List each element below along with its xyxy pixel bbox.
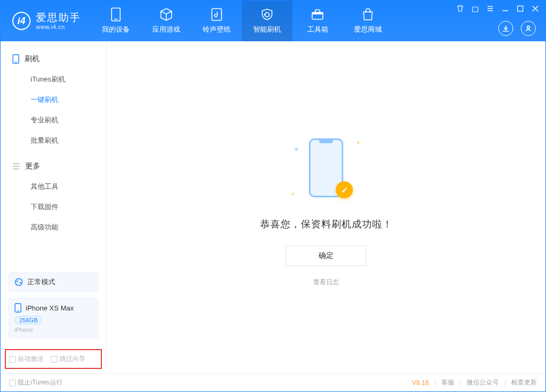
- svg-point-11: [17, 280, 18, 282]
- checkbox-skip-guide[interactable]: 跳过向导: [51, 354, 85, 364]
- svg-rect-4: [312, 12, 323, 14]
- logo: i4 爱思助手 www.i4.cn: [1, 1, 91, 41]
- sidebar-group-flash: 刷机: [1, 49, 106, 69]
- app-site: www.i4.cn: [36, 24, 81, 31]
- device-icon: [109, 8, 123, 21]
- account-button[interactable]: [521, 21, 536, 36]
- bag-icon: [361, 8, 375, 21]
- footer-link-support[interactable]: 客服: [441, 378, 454, 387]
- logo-icon: i4: [12, 12, 31, 30]
- phone-icon: [12, 54, 19, 64]
- checkbox-block-itunes[interactable]: 阻止iTunes运行: [9, 378, 63, 387]
- top-nav: 我的设备 应用游戏 铃声壁纸 智能刷机 工具箱 爱思商城: [91, 1, 393, 41]
- sidebar-group-more: 更多: [1, 156, 106, 176]
- sidebar-item-advanced[interactable]: 高级功能: [1, 217, 106, 238]
- device-card[interactable]: iPhone XS Max 256GB iPhone: [8, 298, 99, 338]
- check-icon: ✓: [336, 181, 353, 198]
- app-name: 爱思助手: [36, 12, 81, 24]
- shirt-icon[interactable]: [456, 5, 464, 12]
- nav-ringtones[interactable]: 铃声壁纸: [191, 1, 242, 41]
- svg-point-12: [19, 282, 21, 284]
- footer-link-update[interactable]: 检查更新: [511, 378, 537, 387]
- maximize-button[interactable]: [517, 5, 524, 12]
- svg-point-9: [16, 62, 17, 63]
- device-type: iPhone: [14, 327, 92, 333]
- minimize-button[interactable]: [501, 5, 509, 12]
- sidebar-item-other-tools[interactable]: 其他工具: [1, 176, 106, 197]
- mode-card[interactable]: 正常模式: [8, 272, 99, 292]
- success-illustration: ✓: [283, 128, 369, 208]
- sidebar: 刷机 iTunes刷机 一键刷机 专业刷机 批量刷机 更多 其他工具 下载固件 …: [1, 41, 107, 373]
- main-content: ✓ 恭喜您，保资料刷机成功啦！ 确定 查看日志: [107, 41, 545, 373]
- sidebar-item-itunes-flash[interactable]: iTunes刷机: [1, 69, 106, 90]
- sidebar-item-download-firmware[interactable]: 下载固件: [1, 197, 106, 217]
- download-button[interactable]: [498, 21, 513, 36]
- window-controls: [456, 5, 539, 12]
- nav-store[interactable]: 爱思商城: [343, 1, 393, 41]
- sidebar-item-one-click-flash[interactable]: 一键刷机: [1, 90, 106, 110]
- nav-my-device[interactable]: 我的设备: [91, 1, 141, 41]
- svg-rect-1: [114, 19, 117, 20]
- svg-rect-6: [518, 6, 523, 11]
- nav-toolbox[interactable]: 工具箱: [292, 1, 343, 41]
- footer-link-wechat[interactable]: 微信公众号: [467, 378, 499, 387]
- options-box: 自动激活 跳过向导: [5, 349, 102, 369]
- checkbox-auto-activate[interactable]: 自动激活: [9, 354, 43, 364]
- mode-icon: [14, 278, 23, 286]
- header-bar: i4 爱思助手 www.i4.cn 我的设备 应用游戏 铃声壁纸 智能刷机 工具…: [1, 1, 545, 41]
- sidebar-item-batch-flash[interactable]: 批量刷机: [1, 130, 106, 151]
- ok-button[interactable]: 确定: [286, 246, 366, 266]
- mode-label: 正常模式: [27, 277, 55, 287]
- storage-badge: 256GB: [14, 316, 42, 324]
- success-message: 恭喜您，保资料刷机成功啦！: [260, 218, 393, 231]
- version-label: V8.16: [412, 379, 429, 387]
- nav-flash[interactable]: 智能刷机: [242, 1, 292, 41]
- list-icon: [12, 163, 20, 169]
- cube-icon: [159, 8, 173, 21]
- refresh-shield-icon: [260, 8, 274, 21]
- footer-bar: 阻止iTunes运行 V8.16 | 客服 | 微信公众号 | 检查更新: [1, 373, 545, 391]
- svg-point-10: [16, 279, 23, 286]
- close-button[interactable]: [532, 5, 539, 12]
- menu-icon[interactable]: [486, 5, 494, 12]
- svg-rect-2: [212, 9, 222, 20]
- lock-icon[interactable]: [471, 5, 479, 12]
- device-model: iPhone XS Max: [26, 304, 74, 312]
- music-file-icon: [210, 8, 224, 21]
- svg-rect-5: [473, 7, 478, 12]
- svg-point-7: [527, 26, 530, 29]
- svg-point-14: [18, 310, 19, 312]
- device-icon: [14, 303, 21, 313]
- view-log-link[interactable]: 查看日志: [313, 278, 339, 287]
- header-circle-buttons: [498, 21, 536, 36]
- sidebar-item-pro-flash[interactable]: 专业刷机: [1, 110, 106, 130]
- toolbox-icon: [311, 8, 324, 21]
- nav-apps[interactable]: 应用游戏: [141, 1, 191, 41]
